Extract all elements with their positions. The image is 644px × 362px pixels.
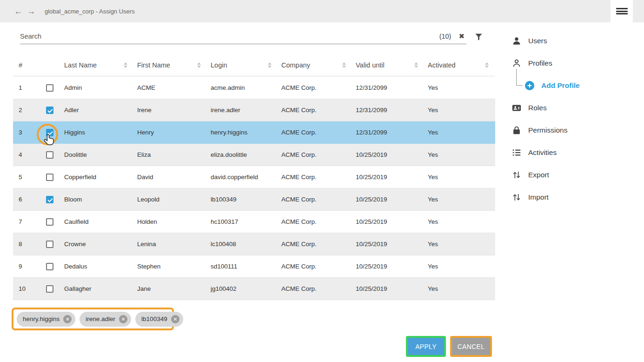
sort-icon[interactable]	[485, 62, 489, 68]
selected-users-chips: henry.higgins×irene.adler×lb100349×	[13, 309, 172, 328]
cell-valid-until: 10/25/2019	[352, 285, 425, 292]
column-label: #	[19, 61, 22, 69]
row-checkbox[interactable]	[46, 241, 53, 248]
cell-login: david.copperfield	[207, 174, 278, 181]
cell-first-name: Jane	[134, 285, 207, 292]
menu-button[interactable]	[611, 0, 633, 22]
back-icon[interactable]: ←	[14, 7, 22, 16]
table-row[interactable]: 7CaulfieldHoldenhc100317ACME Corp.10/25/…	[13, 211, 495, 233]
table-row[interactable]: 8CrowneLeninalc100408ACME Corp.10/25/201…	[13, 233, 495, 255]
user-icon	[511, 36, 522, 46]
cell-valid-until: 12/31/2099	[352, 107, 425, 114]
row-checkbox[interactable]	[46, 196, 53, 203]
checkbox-cell	[39, 218, 61, 226]
row-checkbox[interactable]	[46, 218, 53, 226]
chip-remove-icon[interactable]: ×	[171, 315, 179, 323]
sidebar-item-label: Roles	[528, 104, 547, 112]
column-header-first_name[interactable]: First Name	[134, 54, 207, 76]
chips-highlight-annotation: henry.higgins×irene.adler×lb100349×	[12, 308, 174, 330]
cell-company: ACME Corp.	[278, 196, 352, 203]
table-row[interactable]: 3HigginsHenryhenry.higginsACME Corp.12/3…	[13, 121, 495, 144]
table-row[interactable]: 2AdlerIreneirene.adlerACME Corp.12/31/20…	[13, 99, 495, 121]
apply-highlight-annotation: APPLY	[406, 336, 446, 357]
chip-label: lb100349	[141, 315, 167, 322]
cell-last-name: Copperfield	[61, 174, 134, 181]
cell-valid-until: 12/31/2099	[352, 84, 425, 91]
cell-activated: Yes	[425, 151, 495, 158]
lock-icon	[511, 125, 522, 135]
cell-last-name: Higgins	[61, 129, 134, 136]
apply-button[interactable]: APPLY	[408, 338, 444, 355]
cell-activated: Yes	[425, 196, 495, 203]
column-header-num: #	[13, 54, 39, 76]
clear-search-icon[interactable]: ✖	[458, 32, 465, 40]
row-checkbox[interactable]	[46, 285, 53, 293]
cell-last-name: Dedalus	[61, 263, 134, 270]
sidebar-item-roles[interactable]: Roles	[502, 97, 642, 119]
cell-row-number: 5	[13, 174, 39, 181]
sidebar: Users Profiles Add Profile Roles Permis	[502, 30, 642, 208]
column-header-valid_until[interactable]: Valid until	[352, 54, 425, 76]
table-row[interactable]: 4DoolittleElizaeliza.doolittleACME Corp.…	[13, 144, 495, 166]
column-header-company[interactable]: Company	[278, 54, 352, 76]
sort-icon[interactable]	[342, 62, 346, 68]
result-count-badge: (10)	[439, 33, 451, 40]
cell-first-name: Irene	[134, 107, 207, 114]
search-input[interactable]	[20, 33, 439, 40]
chip-remove-icon[interactable]: ×	[119, 315, 127, 323]
forward-icon[interactable]: →	[27, 7, 35, 16]
cell-company: ACME Corp.	[278, 129, 352, 136]
sidebar-item-profiles[interactable]: Profiles	[502, 52, 642, 74]
chip-remove-icon[interactable]: ×	[63, 315, 72, 323]
topbar: ← → global_acme_corp - Assign Users	[0, 0, 644, 22]
table-row[interactable]: 6BloomLeopoldlb100349ACME Corp.10/25/201…	[13, 188, 495, 211]
row-checkbox[interactable]	[46, 151, 53, 159]
cell-first-name: Leopold	[134, 196, 207, 203]
cell-valid-until: 10/25/2019	[352, 151, 425, 158]
search-bar: (10) ✖	[20, 29, 466, 44]
cell-login: henry.higgins	[207, 129, 278, 136]
cell-row-number: 7	[13, 218, 39, 225]
sort-icon[interactable]	[414, 62, 418, 68]
sidebar-item-activities[interactable]: Activities	[502, 141, 642, 164]
sort-icon[interactable]	[124, 62, 127, 68]
hand-cursor-icon	[43, 134, 55, 147]
sidebar-item-export[interactable]: Export	[502, 164, 642, 186]
row-checkbox[interactable]	[46, 174, 53, 181]
sidebar-item-import[interactable]: Import	[502, 186, 642, 208]
cell-first-name: Henry	[134, 129, 207, 136]
cancel-button[interactable]: CANCEL	[452, 338, 490, 355]
import-arrows-icon	[511, 192, 522, 202]
column-label: First Name	[137, 61, 170, 69]
column-header-select	[39, 54, 61, 76]
cell-row-number: 2	[13, 107, 39, 114]
sort-icon[interactable]	[197, 62, 201, 68]
cell-last-name: Crowne	[61, 241, 134, 248]
row-checkbox[interactable]	[46, 107, 53, 114]
sidebar-item-users[interactable]: Users	[502, 30, 642, 52]
checkbox-cell	[39, 84, 61, 92]
cell-company: ACME Corp.	[278, 107, 352, 114]
column-header-activated[interactable]: Activated	[425, 54, 495, 76]
sidebar-item-label: Permissions	[528, 126, 567, 134]
row-checkbox[interactable]	[46, 84, 53, 92]
sidebar-item-add-profile[interactable]: Add Profile	[502, 74, 642, 97]
table-row[interactable]: 10GallagherJanejg100402ACME Corp.10/25/2…	[13, 278, 495, 300]
table-row[interactable]: 5CopperfieldDaviddavid.copperfieldACME C…	[13, 166, 495, 188]
badge-icon	[511, 103, 522, 113]
table-row[interactable]: 1AdminACMEacme.adminACME Corp.12/31/2099…	[13, 77, 495, 99]
column-header-last_name[interactable]: Last Name	[61, 54, 134, 76]
column-label: Last Name	[64, 61, 97, 69]
sidebar-item-label: Export	[528, 171, 549, 179]
sidebar-item-permissions[interactable]: Permissions	[502, 119, 642, 141]
sort-icon[interactable]	[268, 62, 272, 68]
row-checkbox[interactable]	[46, 263, 53, 270]
checkbox-cell	[39, 263, 61, 270]
column-header-login[interactable]: Login	[207, 54, 278, 76]
table-row[interactable]: 9DedalusStephensd100111ACME Corp.10/25/2…	[13, 255, 495, 278]
list-icon	[511, 147, 522, 158]
filter-icon[interactable]	[474, 33, 483, 43]
cell-row-number: 4	[13, 151, 39, 158]
hamburger-icon	[616, 7, 628, 16]
checkbox-cell	[39, 174, 61, 181]
